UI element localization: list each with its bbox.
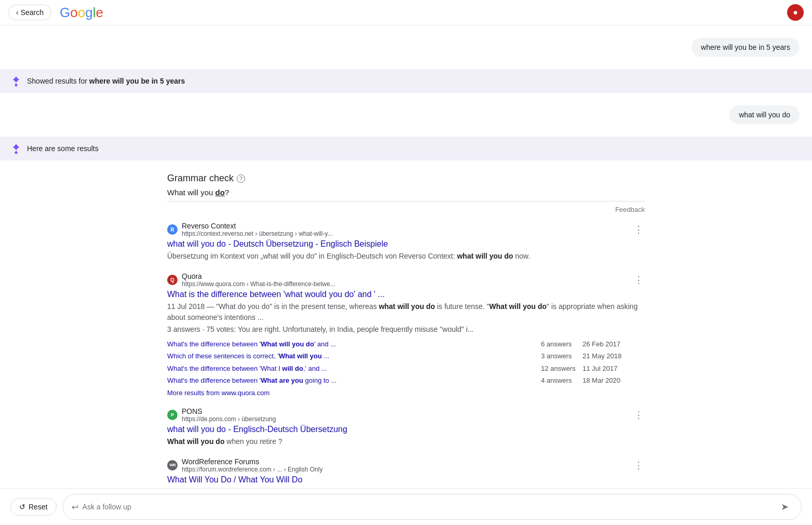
wordref-title[interactable]: What Will You Do / What You Will Do bbox=[167, 475, 645, 484]
gemini-icon-1 bbox=[10, 75, 22, 87]
pons-title[interactable]: what will you do - Englisch-Deutsch Über… bbox=[167, 425, 645, 434]
sitelink-2-date: 21 May 2018 bbox=[583, 350, 645, 362]
reset-button[interactable]: ↺ Reset bbox=[10, 498, 57, 516]
back-arrow-icon: ‹ bbox=[16, 8, 19, 17]
quora-url: https://www.quora.com › What-is-the-diff… bbox=[182, 280, 628, 288]
result-source-reverso: R Reverso Context https://context.revers… bbox=[167, 222, 645, 237]
grammar-check-section: Grammar check ? What will you do? Feedba… bbox=[167, 173, 645, 213]
user-avatar[interactable]: ● bbox=[787, 4, 804, 21]
wordref-url: https://forum.wordreference.com › ... › … bbox=[182, 466, 628, 473]
quora-more-button[interactable]: ⋮ bbox=[632, 274, 645, 286]
followup-input-wrap: ↩ ➤ bbox=[63, 494, 802, 520]
results-area: Grammar check ? What will you do? Feedba… bbox=[157, 173, 655, 525]
system-banner-1-text: Showed results for where will you be in … bbox=[27, 77, 185, 85]
pons-site-name: PONS bbox=[182, 407, 628, 415]
search-result-reverso: R Reverso Context https://context.revers… bbox=[167, 222, 645, 262]
pons-snippet-suffix: when you retire ? bbox=[226, 437, 282, 446]
sitelink-2[interactable]: Which of these sentences is correct, 'Wh… bbox=[167, 350, 541, 362]
wordref-favicon: WR bbox=[167, 460, 178, 470]
quora-more-results[interactable]: More results from www.quora.com bbox=[167, 389, 645, 397]
banner-1-highlight: where will you be in 5 years bbox=[89, 77, 185, 85]
quora-title[interactable]: What is the difference between 'what wou… bbox=[167, 290, 645, 299]
send-icon: ➤ bbox=[781, 501, 789, 513]
sitelink-4[interactable]: What's the difference between 'What are … bbox=[167, 374, 541, 386]
reverso-snippet: Übersetzung im Kontext von „what will yo… bbox=[167, 251, 645, 262]
quora-site-name: Quora bbox=[182, 272, 628, 280]
gemini-icon-2 bbox=[10, 143, 22, 154]
quora-meta: 3 answers · 75 votes: You are right. Unf… bbox=[167, 324, 645, 335]
wordref-site-name: WordReference Forums bbox=[182, 457, 628, 466]
reverso-more-button[interactable]: ⋮ bbox=[632, 223, 645, 236]
sitelink-row-3: What's the difference between 'What I wi… bbox=[167, 362, 645, 374]
back-label: Search bbox=[21, 8, 44, 17]
reverso-title[interactable]: what will you do - Deutsch Übersetzung -… bbox=[167, 239, 645, 249]
system-banner-2-text: Here are some results bbox=[27, 144, 99, 153]
quora-favicon: Q bbox=[167, 275, 178, 285]
google-logo: Google bbox=[60, 5, 103, 21]
sitelink-1[interactable]: What's the difference between 'What will… bbox=[167, 338, 541, 350]
sitelink-row-4: What's the difference between 'What are … bbox=[167, 374, 645, 386]
grammar-result: What will you do? bbox=[167, 188, 645, 197]
reverso-source-info: Reverso Context https://context.reverso.… bbox=[182, 222, 628, 237]
main-content: where will you be in 5 years Showed resu… bbox=[0, 25, 812, 525]
grammar-divider bbox=[167, 201, 645, 201]
grammar-info-icon[interactable]: ? bbox=[237, 174, 245, 183]
system-banner-2: Here are some results bbox=[0, 137, 812, 160]
search-result-pons: P PONS https://de.pons.com › übersetzung… bbox=[167, 407, 645, 447]
grammar-suffix: ? bbox=[225, 188, 229, 197]
sitelink-1-answers: 6 answers bbox=[541, 338, 583, 350]
back-button[interactable]: ‹ Search bbox=[8, 5, 51, 20]
grammar-check-title: Grammar check ? bbox=[167, 173, 645, 184]
user-message-2: what will you do bbox=[729, 105, 800, 124]
sitelink-3[interactable]: What's the difference between 'What I wi… bbox=[167, 362, 541, 374]
quora-source-info: Quora https://www.quora.com › What-is-th… bbox=[182, 272, 628, 288]
send-button[interactable]: ➤ bbox=[776, 499, 793, 515]
grammar-prefix: What will you bbox=[167, 188, 215, 197]
reverso-url: https://context.reverso.net › übersetzun… bbox=[182, 230, 628, 237]
reset-icon: ↺ bbox=[19, 503, 25, 511]
followup-arrow-icon: ↩ bbox=[72, 502, 78, 512]
pons-snippet: What will you do when you retire ? bbox=[167, 436, 645, 447]
pons-url: https://de.pons.com › übersetzung bbox=[182, 415, 628, 423]
header: ‹ Search Google ● bbox=[0, 0, 812, 25]
grammar-underline: do bbox=[215, 188, 225, 197]
sitelink-row-2: Which of these sentences is correct, 'Wh… bbox=[167, 350, 645, 362]
reverso-favicon: R bbox=[167, 224, 178, 235]
search-result-quora: Q Quora https://www.quora.com › What-is-… bbox=[167, 272, 645, 397]
reset-label: Reset bbox=[29, 503, 48, 511]
system-banner-1: Showed results for where will you be in … bbox=[0, 69, 812, 93]
feedback-link[interactable]: Feedback bbox=[167, 206, 645, 213]
followup-input[interactable] bbox=[83, 503, 772, 511]
result-source-pons: P PONS https://de.pons.com › übersetzung… bbox=[167, 407, 645, 423]
sitelink-3-date: 11 Jul 2017 bbox=[583, 362, 645, 374]
sitelink-4-date: 18 Mar 2020 bbox=[583, 374, 645, 386]
wordref-source-info: WordReference Forums https://forum.wordr… bbox=[182, 457, 628, 473]
sitelink-2-answers: 3 answers bbox=[541, 350, 583, 362]
result-source-quora: Q Quora https://www.quora.com › What-is-… bbox=[167, 272, 645, 288]
result-source-wordref: WR WordReference Forums https://forum.wo… bbox=[167, 457, 645, 473]
sitelink-row-1: What's the difference between 'What will… bbox=[167, 338, 645, 350]
sitelink-4-answers: 4 answers bbox=[541, 374, 583, 386]
reverso-site-name: Reverso Context bbox=[182, 222, 628, 230]
quora-sitelinks: What's the difference between 'What will… bbox=[167, 338, 645, 387]
pons-source-info: PONS https://de.pons.com › übersetzung bbox=[182, 407, 628, 423]
quora-snippet: 11 Jul 2018 — "What do you do" is in the… bbox=[167, 301, 645, 323]
avatar-icon: ● bbox=[793, 8, 798, 17]
pons-favicon: P bbox=[167, 410, 178, 420]
bottom-bar: ↺ Reset ↩ ➤ bbox=[0, 488, 812, 525]
sitelink-1-date: 26 Feb 2017 bbox=[583, 338, 645, 350]
grammar-check-label: Grammar check bbox=[167, 173, 234, 184]
sitelink-3-answers: 12 answers bbox=[541, 362, 583, 374]
pons-more-button[interactable]: ⋮ bbox=[632, 409, 645, 421]
chat-area-2: what will you do bbox=[0, 93, 812, 137]
chat-area-1: where will you be in 5 years bbox=[0, 25, 812, 69]
wordref-more-button[interactable]: ⋮ bbox=[632, 459, 645, 472]
user-message-1: where will you be in 5 years bbox=[692, 38, 800, 57]
